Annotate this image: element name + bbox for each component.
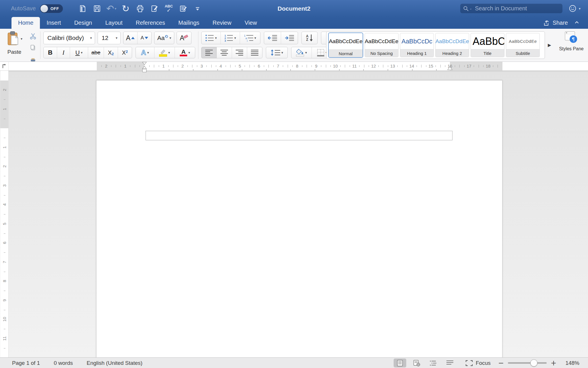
underline-button[interactable]: U ▾ (70, 47, 88, 58)
style-heading-2[interactable]: AaBbCcDdEe Heading 2 (435, 33, 469, 57)
zoom-in-button[interactable]: + (551, 360, 556, 366)
print-button[interactable] (133, 3, 147, 14)
shading-button[interactable]: ▾ (291, 47, 312, 58)
styles-pane-button[interactable]: ¶ Styles Pane (558, 31, 585, 52)
bullets-caret-icon: ▾ (215, 36, 217, 40)
search-box[interactable]: ⌄ (460, 4, 562, 13)
subscript-button[interactable]: X2 (104, 47, 118, 58)
ruler-tick (445, 65, 445, 67)
redo-button[interactable]: ↻ (119, 3, 133, 14)
grow-font-button[interactable]: A (123, 32, 137, 44)
bullets-button[interactable]: ▾ (202, 32, 220, 44)
tab-references[interactable]: References (129, 17, 172, 29)
horizontal-ruler[interactable]: 21123456789101112131415161718 (0, 62, 588, 70)
ruler-tick (426, 65, 426, 67)
numbering-button[interactable]: 1 2 3 ▾ (220, 32, 240, 44)
tab-mailings[interactable]: Mailings (172, 17, 206, 29)
titlebar: AutoSave OFF ↶ ▾ (0, 0, 588, 17)
search-scope-caret-icon[interactable]: ⌄ (469, 7, 472, 10)
word-count-label[interactable]: 0 words (54, 360, 73, 366)
spelling-icon: ABC ✓ (165, 4, 173, 13)
align-left-button[interactable] (202, 47, 216, 58)
right-indent-marker[interactable] (447, 66, 452, 70)
ruler-number: 2 (105, 62, 107, 70)
outline-view-button[interactable] (427, 359, 440, 367)
style-title[interactable]: AaBbC Title (471, 33, 504, 57)
change-case-button[interactable]: Aa ▾ (154, 32, 174, 44)
tab-design[interactable]: Design (67, 17, 98, 29)
paint-bucket-icon (296, 49, 304, 57)
justify-button[interactable] (247, 47, 262, 58)
bold-button[interactable]: B (44, 47, 57, 58)
share-button[interactable]: Share (543, 20, 568, 26)
autosave-toggle[interactable]: OFF (40, 4, 63, 13)
ruler-tick (302, 65, 302, 67)
tab-home[interactable]: Home (11, 17, 40, 29)
sort-button[interactable]: AZ (301, 32, 318, 44)
ruler-tick (135, 65, 135, 68)
vertical-ruler[interactable]: 211234567891011 (0, 71, 9, 357)
edit-document-button[interactable] (147, 3, 162, 14)
ruler-tick (350, 65, 350, 67)
feedback-smiley-button[interactable]: ▾ (569, 5, 581, 12)
search-input[interactable] (474, 5, 560, 12)
save-icon (93, 5, 101, 13)
align-center-button[interactable] (216, 47, 232, 58)
zoom-slider-knob[interactable] (530, 359, 537, 367)
superscript-button[interactable]: X2 (118, 47, 132, 58)
language-label[interactable]: English (United States) (87, 360, 142, 366)
indent-markers[interactable] (142, 62, 147, 73)
ruler-tick (4, 348, 5, 348)
ruler-number: 12 (371, 62, 376, 70)
increase-indent-button[interactable] (281, 32, 298, 44)
collapse-ribbon-button[interactable] (574, 19, 580, 27)
copy-button[interactable] (29, 44, 37, 52)
document-page[interactable] (96, 80, 502, 357)
style-subtitle[interactable]: AaBbCcDdEe Subtitle (506, 33, 540, 57)
zoom-level-label[interactable]: 148% (560, 360, 579, 366)
text-field[interactable] (146, 131, 452, 140)
ruler-number: 11 (2, 334, 7, 342)
tab-view[interactable]: View (238, 17, 264, 29)
style-normal[interactable]: AaBbCcDdEe Normal (328, 32, 363, 58)
style-no-spacing[interactable]: AaBbCcDdEe No Spacing (365, 33, 399, 57)
focus-button[interactable]: Focus (465, 360, 491, 366)
font-name-select[interactable]: Calibri (Body) ▾ (43, 32, 95, 44)
sort-icon: AZ (306, 34, 309, 41)
multilevel-list-button[interactable]: 1 a i ▾ (240, 32, 260, 44)
page-count-label[interactable]: Page 1 of 1 (12, 360, 40, 366)
tab-review[interactable]: Review (206, 17, 238, 29)
line-spacing-button[interactable]: ▾ (266, 47, 288, 58)
highlight-button[interactable]: ▾ (154, 47, 175, 58)
tab-stop-selector[interactable] (0, 62, 9, 70)
web-layout-view-button[interactable] (410, 359, 423, 367)
zoom-slider[interactable] (508, 362, 547, 364)
strikethrough-button[interactable]: abe (88, 47, 104, 58)
decrease-indent-button[interactable] (264, 32, 281, 44)
print-layout-view-button[interactable] (394, 359, 406, 367)
track-changes-button[interactable] (176, 3, 190, 14)
draft-view-button[interactable] (444, 359, 456, 367)
tab-insert[interactable]: Insert (40, 17, 67, 29)
clear-formatting-button[interactable]: A (177, 32, 192, 44)
save-button[interactable] (90, 3, 104, 14)
align-right-button[interactable] (232, 47, 247, 58)
spelling-grammar-button[interactable]: ABC ✓ (162, 3, 176, 14)
ruler-tick (421, 65, 421, 68)
italic-button[interactable]: I (57, 47, 70, 58)
shrink-font-button[interactable]: A (137, 32, 151, 44)
paste-button[interactable]: ▾ Paste (4, 31, 25, 55)
new-document-button[interactable] (76, 3, 90, 14)
ruler-tick (4, 291, 5, 291)
cut-button[interactable] (29, 32, 37, 40)
paste-caret-icon[interactable]: ▾ (21, 37, 22, 41)
font-color-button[interactable]: A ▾ (175, 47, 195, 58)
toolbar-overflow-button[interactable] (190, 3, 205, 14)
tab-layout[interactable]: Layout (99, 17, 129, 29)
style-heading-1[interactable]: AaBbCcDc Heading 1 (400, 33, 434, 57)
styles-gallery-expander-button[interactable]: ▶ (548, 43, 551, 48)
undo-button[interactable]: ↶ ▾ (104, 3, 119, 14)
font-size-select[interactable]: 12 ▾ (98, 32, 121, 44)
text-effects-button[interactable]: A ▾ (136, 47, 154, 58)
zoom-out-button[interactable]: − (498, 360, 504, 366)
